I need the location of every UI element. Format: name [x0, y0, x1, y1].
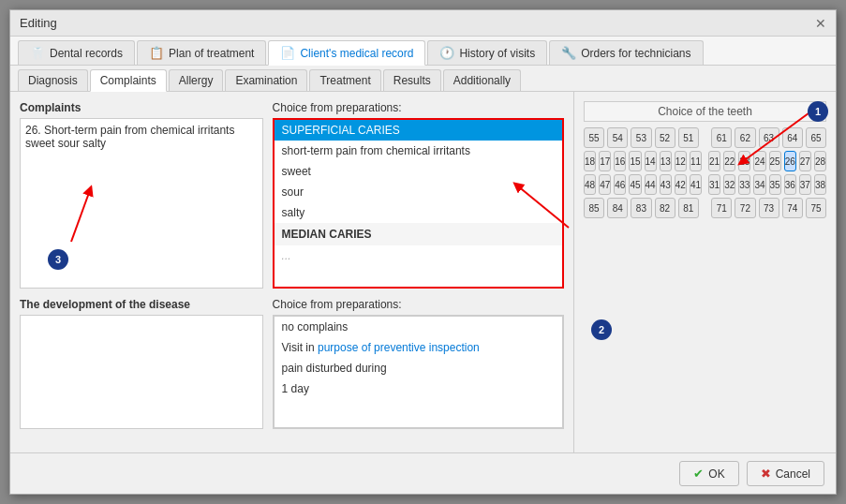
tooth-15[interactable]: 15 — [629, 151, 641, 171]
choice-bottom-label: Choice from preparations: — [273, 298, 564, 311]
tooth-55[interactable]: 55 — [584, 127, 604, 148]
tooth-18[interactable]: 18 — [584, 151, 596, 171]
tooth-17[interactable]: 17 — [599, 151, 611, 171]
tooth-63[interactable]: 63 — [759, 127, 779, 148]
tooth-54[interactable]: 54 — [607, 127, 628, 148]
complaints-panel: Complaints 26. Short-term pain from chem… — [20, 101, 263, 289]
ok-icon: ✔ — [693, 467, 704, 481]
tooth-31[interactable]: 31 — [708, 174, 720, 195]
choice-top-panel: Choice from preparations: SUPERFICIAL CA… — [273, 101, 564, 289]
tooth-33[interactable]: 33 — [738, 174, 750, 195]
development-textbox[interactable] — [20, 315, 263, 429]
choice-item-pain[interactable]: pain disturbed during — [275, 358, 562, 378]
tooth-38[interactable]: 38 — [814, 174, 826, 195]
teeth-panel: Choice of the teeth 55 54 53 52 51 61 62… — [573, 92, 836, 452]
tooth-25[interactable]: 25 — [769, 151, 781, 171]
tooth-23[interactable]: 23 — [738, 151, 750, 171]
choice-bottom-panel: Choice from preparations: no complains V… — [273, 298, 564, 429]
tooth-26[interactable]: 26 — [784, 151, 796, 171]
choice-item-median: MEDIAN CARIES — [275, 223, 562, 245]
tooth-35[interactable]: 35 — [769, 174, 781, 195]
tooth-22[interactable]: 22 — [723, 151, 735, 171]
tooth-14[interactable]: 14 — [645, 151, 657, 171]
tooth-43[interactable]: 43 — [660, 174, 672, 195]
tooth-44[interactable]: 44 — [645, 174, 657, 195]
subtab-additionally[interactable]: Additionally — [443, 69, 521, 91]
tab-plan[interactable]: 📋 Plan of treatment — [137, 40, 266, 65]
tooth-64[interactable]: 64 — [782, 127, 803, 148]
subtab-allergy[interactable]: Allergy — [169, 69, 224, 91]
tooth-72[interactable]: 72 — [735, 198, 755, 218]
tooth-36[interactable]: 36 — [784, 174, 796, 195]
choice-item-no-complaints[interactable]: no complains — [275, 317, 562, 337]
choice-item-1day[interactable]: 1 day — [275, 378, 562, 399]
tooth-74[interactable]: 74 — [782, 198, 803, 218]
tooth-82[interactable]: 82 — [655, 198, 675, 218]
medical-icon: 📄 — [280, 46, 295, 60]
tab-medical[interactable]: 📄 Client's medical record — [268, 40, 425, 66]
history-icon: 🕐 — [439, 46, 454, 60]
main-tabs: 🦷 Dental records 📋 Plan of treatment 📄 C… — [10, 37, 836, 66]
tooth-65[interactable]: 65 — [806, 127, 826, 148]
choice-item-visit[interactable]: Visit in purpose of preventive inspectio… — [275, 337, 562, 358]
tab-dental[interactable]: 🦷 Dental records — [18, 40, 135, 65]
tooth-61[interactable]: 61 — [711, 127, 732, 148]
tooth-28[interactable]: 28 — [814, 151, 826, 171]
annotation-2: 2 — [591, 319, 612, 340]
choice-bottom-list[interactable]: no complains Visit in purpose of prevent… — [273, 315, 564, 429]
tooth-75[interactable]: 75 — [806, 198, 826, 218]
editing-dialog: Editing ✕ 🦷 Dental records 📋 Plan of tre… — [9, 9, 837, 495]
teeth-row-1: 55 54 53 52 51 61 62 63 64 65 — [584, 127, 826, 148]
cancel-icon: ✖ — [761, 467, 771, 481]
tooth-47[interactable]: 47 — [599, 174, 611, 195]
tooth-13[interactable]: 13 — [660, 151, 672, 171]
choice-item-short[interactable]: short-term pain from chemical irritants — [275, 141, 562, 161]
development-label: The development of the disease — [20, 298, 263, 311]
top-section: Complaints 26. Short-term pain from chem… — [20, 101, 564, 289]
tooth-81[interactable]: 81 — [678, 198, 699, 218]
tooth-83[interactable]: 83 — [631, 198, 651, 218]
tooth-73[interactable]: 73 — [759, 198, 779, 218]
left-panel: Complaints 26. Short-term pain from chem… — [10, 92, 573, 452]
tooth-52[interactable]: 52 — [655, 127, 675, 148]
choice-top-list[interactable]: SUPERFICIAL CARIES short-term pain from … — [273, 118, 564, 289]
complaints-text: 26. Short-term pain from chemical irrita… — [25, 124, 234, 150]
tooth-12[interactable]: 12 — [675, 151, 687, 171]
choice-item-more[interactable]: ... — [275, 245, 562, 266]
subtab-results[interactable]: Results — [383, 69, 441, 91]
tooth-51[interactable]: 51 — [678, 127, 699, 148]
tooth-41[interactable]: 41 — [690, 174, 702, 195]
content-area: Complaints 26. Short-term pain from chem… — [10, 92, 836, 452]
tooth-27[interactable]: 27 — [799, 151, 811, 171]
choice-item-sweet[interactable]: sweet — [275, 161, 562, 182]
tooth-16[interactable]: 16 — [614, 151, 626, 171]
tooth-11[interactable]: 11 — [690, 151, 702, 171]
cancel-button[interactable]: ✖ Cancel — [747, 461, 824, 486]
tab-history[interactable]: 🕐 History of visits — [427, 40, 547, 65]
subtab-examination[interactable]: Examination — [225, 69, 307, 91]
ok-button[interactable]: ✔ OK — [679, 461, 738, 486]
tooth-84[interactable]: 84 — [607, 198, 628, 218]
tooth-24[interactable]: 24 — [753, 151, 765, 171]
close-button[interactable]: ✕ — [815, 17, 826, 30]
tooth-71[interactable]: 71 — [711, 198, 732, 218]
tooth-85[interactable]: 85 — [584, 198, 604, 218]
choice-item-salty[interactable]: salty — [275, 202, 562, 223]
footer: ✔ OK ✖ Cancel — [10, 452, 836, 494]
tooth-21[interactable]: 21 — [708, 151, 720, 171]
tooth-62[interactable]: 62 — [735, 127, 755, 148]
tooth-46[interactable]: 46 — [614, 174, 626, 195]
tooth-37[interactable]: 37 — [799, 174, 811, 195]
tooth-53[interactable]: 53 — [631, 127, 651, 148]
subtab-treatment[interactable]: Treatment — [309, 69, 380, 91]
tooth-42[interactable]: 42 — [675, 174, 687, 195]
choice-item-sour[interactable]: sour — [275, 182, 562, 202]
subtab-diagnosis[interactable]: Diagnosis — [18, 69, 88, 91]
tooth-48[interactable]: 48 — [584, 174, 596, 195]
choice-item-superficial[interactable]: SUPERFICIAL CARIES — [275, 120, 562, 141]
subtab-complaints[interactable]: Complaints — [90, 69, 167, 92]
tab-orders[interactable]: 🔧 Orders for technicians — [549, 40, 703, 65]
tooth-32[interactable]: 32 — [723, 174, 735, 195]
tooth-34[interactable]: 34 — [753, 174, 765, 195]
tooth-45[interactable]: 45 — [629, 174, 641, 195]
